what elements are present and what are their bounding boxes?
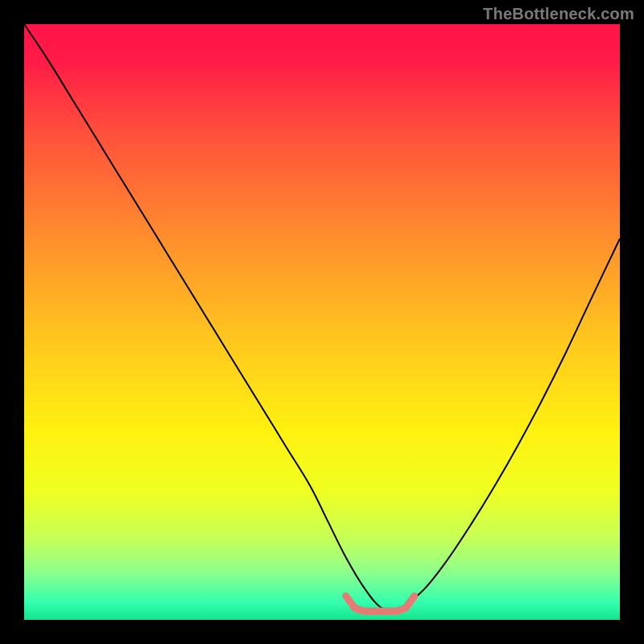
chart-svg [24, 24, 620, 620]
chart-frame: TheBottleneck.com [0, 0, 644, 644]
gradient-background [24, 24, 620, 620]
plot-area [24, 24, 620, 620]
watermark-text: TheBottleneck.com [483, 5, 634, 23]
